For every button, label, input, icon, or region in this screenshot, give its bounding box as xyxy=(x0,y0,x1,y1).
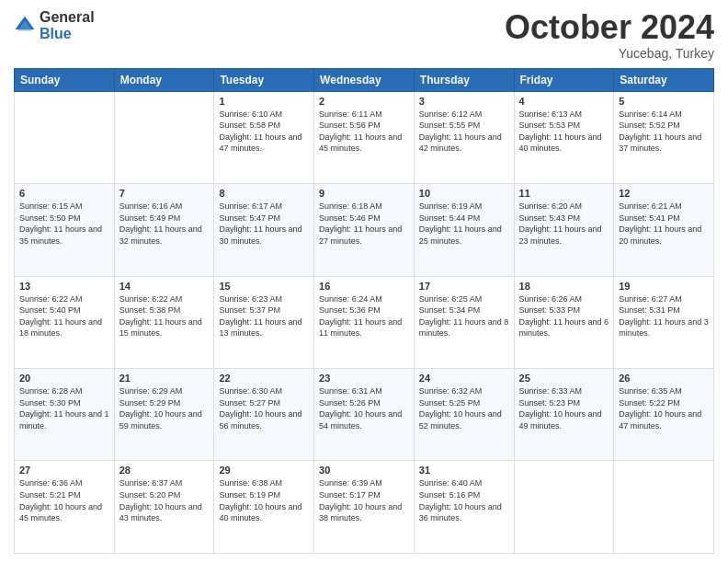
day-number: 8 xyxy=(219,188,309,199)
day-number: 15 xyxy=(219,281,309,292)
col-saturday: Saturday xyxy=(614,68,714,91)
cell-text: Sunrise: 6:24 AMSunset: 5:36 PMDaylight:… xyxy=(319,294,402,339)
table-row: 20Sunrise: 6:28 AMSunset: 5:30 PMDayligh… xyxy=(15,369,115,461)
day-number: 21 xyxy=(119,373,210,384)
table-row xyxy=(614,461,714,554)
cell-text: Sunrise: 6:17 AMSunset: 5:47 PMDaylight:… xyxy=(219,201,301,246)
table-row: 4Sunrise: 6:13 AMSunset: 5:53 PMDaylight… xyxy=(514,91,614,183)
table-row: 30Sunrise: 6:39 AMSunset: 5:17 PMDayligh… xyxy=(314,461,415,554)
col-wednesday: Wednesday xyxy=(314,68,415,91)
day-number: 24 xyxy=(419,373,509,384)
cell-text: Sunrise: 6:28 AMSunset: 5:30 PMDaylight:… xyxy=(19,386,109,431)
col-friday: Friday xyxy=(514,68,614,91)
table-row xyxy=(15,91,115,183)
day-number: 12 xyxy=(619,188,709,199)
day-number: 25 xyxy=(519,373,609,384)
cell-text: Sunrise: 6:32 AMSunset: 5:25 PMDaylight:… xyxy=(419,386,502,431)
day-number: 27 xyxy=(19,465,109,476)
cell-text: Sunrise: 6:20 AMSunset: 5:43 PMDaylight:… xyxy=(519,201,602,246)
cell-text: Sunrise: 6:19 AMSunset: 5:44 PMDaylight:… xyxy=(419,201,502,246)
cell-text: Sunrise: 6:16 AMSunset: 5:49 PMDaylight:… xyxy=(119,201,202,246)
day-number: 1 xyxy=(219,96,309,107)
cell-text: Sunrise: 6:22 AMSunset: 5:38 PMDaylight:… xyxy=(119,294,202,339)
table-row: 28Sunrise: 6:37 AMSunset: 5:20 PMDayligh… xyxy=(114,461,214,554)
logo-general: General xyxy=(40,9,95,26)
calendar-week-row: 13Sunrise: 6:22 AMSunset: 5:40 PMDayligh… xyxy=(15,276,714,368)
cell-text: Sunrise: 6:12 AMSunset: 5:55 PMDaylight:… xyxy=(419,109,502,154)
calendar-header-row: Sunday Monday Tuesday Wednesday Thursday… xyxy=(15,68,714,91)
cell-text: Sunrise: 6:40 AMSunset: 5:16 PMDaylight:… xyxy=(419,478,502,523)
day-number: 30 xyxy=(319,465,409,476)
logo-text: General Blue xyxy=(40,9,95,41)
day-number: 4 xyxy=(519,96,609,107)
table-row: 31Sunrise: 6:40 AMSunset: 5:16 PMDayligh… xyxy=(414,461,514,554)
table-row: 21Sunrise: 6:29 AMSunset: 5:29 PMDayligh… xyxy=(114,369,214,461)
table-row: 1Sunrise: 6:10 AMSunset: 5:58 PMDaylight… xyxy=(214,91,314,183)
day-number: 11 xyxy=(519,188,609,199)
table-row: 26Sunrise: 6:35 AMSunset: 5:22 PMDayligh… xyxy=(614,369,714,461)
day-number: 6 xyxy=(19,188,109,199)
table-row: 10Sunrise: 6:19 AMSunset: 5:44 PMDayligh… xyxy=(414,184,514,276)
day-number: 7 xyxy=(119,188,210,199)
table-row: 8Sunrise: 6:17 AMSunset: 5:47 PMDaylight… xyxy=(214,184,314,276)
day-number: 5 xyxy=(619,96,709,107)
table-row: 11Sunrise: 6:20 AMSunset: 5:43 PMDayligh… xyxy=(514,184,614,276)
cell-text: Sunrise: 6:14 AMSunset: 5:52 PMDaylight:… xyxy=(619,109,701,154)
cell-text: Sunrise: 6:21 AMSunset: 5:41 PMDaylight:… xyxy=(619,201,701,246)
cell-text: Sunrise: 6:23 AMSunset: 5:37 PMDaylight:… xyxy=(219,294,301,339)
day-number: 14 xyxy=(119,281,210,292)
logo-icon xyxy=(14,15,36,37)
day-number: 2 xyxy=(319,96,409,107)
table-row: 2Sunrise: 6:11 AMSunset: 5:56 PMDaylight… xyxy=(314,91,415,183)
table-row: 27Sunrise: 6:36 AMSunset: 5:21 PMDayligh… xyxy=(15,461,115,554)
page: General Blue October 2024 Yucebag, Turke… xyxy=(0,0,728,563)
table-row: 18Sunrise: 6:26 AMSunset: 5:33 PMDayligh… xyxy=(514,276,614,368)
location-subtitle: Yucebag, Turkey xyxy=(505,46,714,61)
col-tuesday: Tuesday xyxy=(214,68,314,91)
table-row: 6Sunrise: 6:15 AMSunset: 5:50 PMDaylight… xyxy=(15,184,115,276)
table-row: 23Sunrise: 6:31 AMSunset: 5:26 PMDayligh… xyxy=(314,369,415,461)
calendar-week-row: 1Sunrise: 6:10 AMSunset: 5:58 PMDaylight… xyxy=(15,91,714,183)
table-row: 17Sunrise: 6:25 AMSunset: 5:34 PMDayligh… xyxy=(414,276,514,368)
cell-text: Sunrise: 6:18 AMSunset: 5:46 PMDaylight:… xyxy=(319,201,402,246)
cell-text: Sunrise: 6:22 AMSunset: 5:40 PMDaylight:… xyxy=(19,294,102,339)
day-number: 26 xyxy=(619,373,709,384)
table-row: 3Sunrise: 6:12 AMSunset: 5:55 PMDaylight… xyxy=(414,91,514,183)
table-row: 12Sunrise: 6:21 AMSunset: 5:41 PMDayligh… xyxy=(614,184,714,276)
day-number: 3 xyxy=(419,96,509,107)
cell-text: Sunrise: 6:30 AMSunset: 5:27 PMDaylight:… xyxy=(219,386,301,431)
table-row: 13Sunrise: 6:22 AMSunset: 5:40 PMDayligh… xyxy=(15,276,115,368)
cell-text: Sunrise: 6:26 AMSunset: 5:33 PMDaylight:… xyxy=(519,294,609,339)
col-monday: Monday xyxy=(114,68,214,91)
cell-text: Sunrise: 6:11 AMSunset: 5:56 PMDaylight:… xyxy=(319,109,402,154)
calendar-table: Sunday Monday Tuesday Wednesday Thursday… xyxy=(14,68,714,554)
logo: General Blue xyxy=(14,9,95,41)
title-block: October 2024 Yucebag, Turkey xyxy=(505,9,714,61)
cell-text: Sunrise: 6:38 AMSunset: 5:19 PMDaylight:… xyxy=(219,478,301,523)
table-row: 15Sunrise: 6:23 AMSunset: 5:37 PMDayligh… xyxy=(214,276,314,368)
col-thursday: Thursday xyxy=(414,68,514,91)
month-title: October 2024 xyxy=(505,9,714,46)
header: General Blue October 2024 Yucebag, Turke… xyxy=(14,9,714,61)
day-number: 10 xyxy=(419,188,509,199)
cell-text: Sunrise: 6:33 AMSunset: 5:23 PMDaylight:… xyxy=(519,386,602,431)
cell-text: Sunrise: 6:25 AMSunset: 5:34 PMDaylight:… xyxy=(419,294,509,339)
cell-text: Sunrise: 6:15 AMSunset: 5:50 PMDaylight:… xyxy=(19,201,102,246)
day-number: 16 xyxy=(319,281,409,292)
cell-text: Sunrise: 6:29 AMSunset: 5:29 PMDaylight:… xyxy=(119,386,202,431)
table-row: 29Sunrise: 6:38 AMSunset: 5:19 PMDayligh… xyxy=(214,461,314,554)
day-number: 9 xyxy=(319,188,409,199)
cell-text: Sunrise: 6:10 AMSunset: 5:58 PMDaylight:… xyxy=(219,109,301,154)
day-number: 28 xyxy=(119,465,210,476)
day-number: 17 xyxy=(419,281,509,292)
day-number: 18 xyxy=(519,281,609,292)
table-row xyxy=(514,461,614,554)
calendar-week-row: 27Sunrise: 6:36 AMSunset: 5:21 PMDayligh… xyxy=(15,461,714,554)
table-row: 25Sunrise: 6:33 AMSunset: 5:23 PMDayligh… xyxy=(514,369,614,461)
cell-text: Sunrise: 6:39 AMSunset: 5:17 PMDaylight:… xyxy=(319,478,402,523)
col-sunday: Sunday xyxy=(15,68,115,91)
calendar-week-row: 6Sunrise: 6:15 AMSunset: 5:50 PMDaylight… xyxy=(15,184,714,276)
day-number: 13 xyxy=(19,281,109,292)
day-number: 22 xyxy=(219,373,309,384)
logo-blue: Blue xyxy=(40,26,95,42)
